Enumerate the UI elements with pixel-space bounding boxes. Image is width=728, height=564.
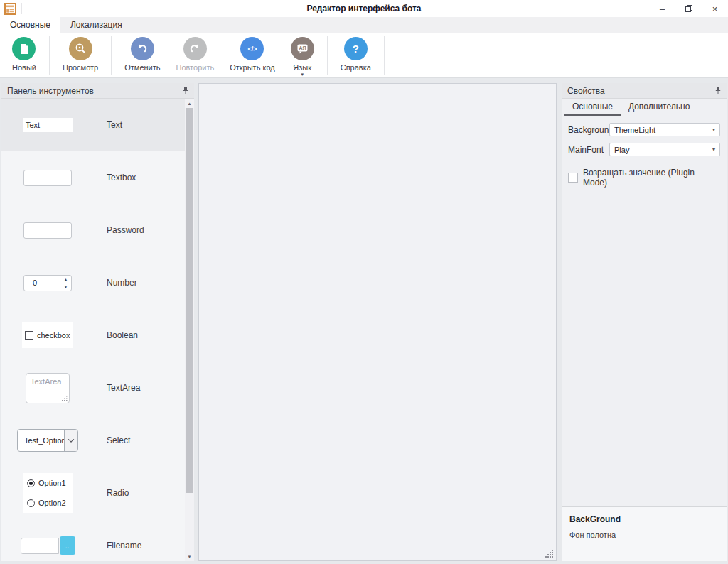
toolbar-separator — [111, 36, 112, 75]
radio-unselected-icon — [27, 499, 35, 507]
toolbox-item-select[interactable]: Test_Option Select — [1, 414, 185, 467]
help-button-label: Справка — [341, 63, 371, 72]
properties-panel: Свойства Основные Дополнительно Backgrou… — [562, 83, 727, 561]
scrollbar-thumb[interactable] — [186, 108, 193, 493]
toolbox-item-number[interactable]: 0 ▲ ▼ Number — [1, 256, 185, 309]
textbox-preview — [1, 170, 94, 186]
textarea-placeholder: TextArea — [26, 374, 69, 386]
property-label: MainFont — [568, 145, 609, 155]
spin-up-icon: ▲ — [60, 276, 71, 283]
textarea-preview: TextArea — [1, 373, 94, 403]
toolbox-panel-header: Панель инструментов — [1, 83, 194, 99]
toolbar-separator — [384, 36, 385, 75]
properties-panel-title: Свойства — [567, 86, 605, 96]
redo-icon — [183, 37, 207, 60]
select-preview-box: Test_Option — [17, 429, 78, 452]
new-button[interactable]: Новый — [4, 33, 44, 77]
open-code-button[interactable]: </> Открыть код — [222, 33, 283, 77]
property-row-background: Background ThemeLight ▾ — [568, 123, 720, 136]
restore-button[interactable] — [675, 0, 702, 17]
mainfont-dropdown[interactable]: Play ▾ — [609, 143, 720, 156]
help-icon: ? — [344, 37, 368, 60]
property-row-mainfont: MainFont Play ▾ — [568, 143, 720, 156]
radio-preview: Option1 Option2 — [1, 473, 94, 513]
toolbox-panel: Панель инструментов Text Text Textbox — [1, 83, 194, 561]
toolbox-item-filename[interactable]: .. Filename — [1, 519, 185, 561]
number-spinner: ▲ ▼ — [60, 276, 71, 291]
toolbox-scrollbar[interactable]: ▲ ▼ — [185, 99, 194, 561]
content-area: Панель инструментов Text Text Textbox — [0, 83, 728, 561]
app-logo-icon — [4, 3, 16, 15]
dropdown-arrow-icon: ▾ — [712, 126, 715, 133]
properties-tab-main[interactable]: Основные — [564, 99, 621, 116]
undo-button-label: Отменить — [124, 63, 160, 72]
code-icon: </> — [240, 37, 264, 60]
toolbox-item-textbox[interactable]: Textbox — [1, 151, 185, 204]
tab-localization[interactable]: Локализация — [60, 17, 132, 33]
toolbox-panel-title: Панель инструментов — [7, 86, 94, 96]
toolbox-item-label: Textbox — [107, 173, 136, 183]
toolbox-item-label: Text — [107, 120, 122, 130]
toolbox-body: Text Text Textbox Password — [1, 99, 194, 561]
textbox-preview-input — [23, 170, 72, 186]
toolbox-item-label: TextArea — [107, 383, 140, 393]
preview-button-label: Просмотр — [63, 63, 98, 72]
pin-icon[interactable] — [715, 87, 721, 94]
mainfont-dropdown-value: Play — [614, 146, 629, 154]
background-dropdown-value: ThemeLight — [614, 126, 655, 134]
toolbar-separator — [327, 36, 328, 75]
preview-button[interactable]: Просмотр — [55, 33, 106, 77]
new-document-icon — [12, 37, 36, 60]
text-preview-value: Text — [23, 118, 73, 132]
boolean-preview-label: checkbox — [37, 331, 70, 340]
minimize-button[interactable]: – — [649, 0, 675, 17]
preview-icon — [69, 37, 92, 60]
scroll-down-icon[interactable]: ▼ — [185, 552, 194, 561]
close-button[interactable]: × — [702, 0, 728, 17]
property-description-box: BackGround Фон полотна — [562, 506, 727, 561]
properties-tab-additional[interactable]: Дополнительно — [621, 99, 697, 116]
radio-option-2: Option2 — [27, 499, 73, 507]
password-preview — [1, 222, 94, 239]
window-controls: – × — [649, 0, 728, 17]
language-button[interactable]: АЯ Язык ▾ — [283, 33, 322, 77]
tab-main[interactable]: Основные — [0, 17, 60, 33]
property-description-text: Фон полотна — [569, 531, 719, 539]
toolbox-item-label: Filename — [107, 541, 141, 551]
open-code-button-label: Открыть код — [230, 63, 275, 72]
pin-icon[interactable] — [183, 87, 188, 94]
browse-button: .. — [60, 536, 75, 555]
ribbon-tabstrip: Основные Локализация — [0, 17, 728, 33]
textarea-preview-box: TextArea — [26, 373, 70, 403]
toolbox-item-label: Boolean — [107, 330, 138, 340]
number-preview-input: 0 ▲ ▼ — [23, 275, 72, 291]
toolbox-item-radio[interactable]: Option1 Option2 Radio — [1, 467, 185, 519]
password-preview-input — [23, 222, 72, 239]
number-preview: 0 ▲ ▼ — [1, 275, 94, 291]
properties-panel-header: Свойства — [562, 83, 727, 99]
language-dropdown-caret-icon: ▾ — [301, 72, 304, 76]
toolbox-item-password[interactable]: Password — [1, 204, 185, 256]
dropdown-arrow-icon: ▾ — [712, 146, 715, 153]
scroll-up-icon[interactable]: ▲ — [185, 99, 194, 108]
radio-option-label: Option1 — [38, 479, 66, 487]
background-dropdown[interactable]: ThemeLight ▾ — [609, 123, 720, 136]
properties-spacer — [562, 188, 727, 506]
design-canvas[interactable] — [198, 83, 557, 561]
window-title: Редактор интерфейса бота — [142, 4, 586, 13]
toolbox-item-text[interactable]: Text Text — [1, 99, 185, 151]
filename-preview-input — [21, 538, 59, 554]
plugin-mode-row: Возращать значение (Plugin Mode) — [568, 168, 720, 188]
radio-preview-card: Option1 Option2 — [23, 473, 73, 513]
toolbox-item-label: Number — [107, 278, 137, 288]
toolbox-item-boolean[interactable]: checkbox Boolean — [1, 309, 185, 362]
toolbox-item-textarea[interactable]: TextArea TextArea — [1, 362, 185, 414]
plugin-mode-checkbox[interactable] — [568, 173, 578, 183]
select-dropdown-button — [64, 430, 77, 451]
undo-button[interactable]: Отменить — [117, 33, 168, 77]
canvas-resize-grip-icon[interactable] — [545, 550, 554, 558]
redo-button[interactable]: Повторить — [168, 33, 222, 77]
language-icon: АЯ — [291, 37, 314, 60]
toolbar: Новый Просмотр Отменить Повто — [0, 33, 728, 78]
help-button[interactable]: ? Справка — [333, 33, 379, 77]
